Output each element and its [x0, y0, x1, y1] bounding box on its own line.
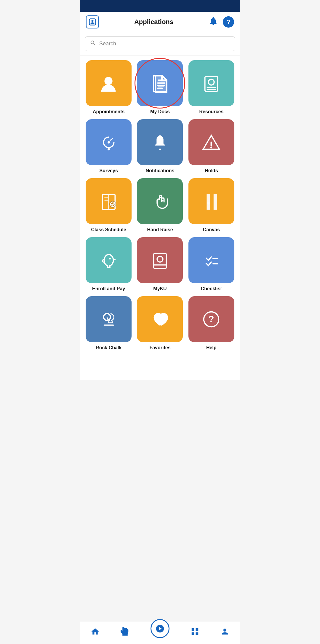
app-tile-checklist[interactable]: Checklist	[188, 237, 235, 291]
svg-point-14	[210, 146, 212, 148]
svg-point-8	[209, 79, 214, 85]
app-icon-enroll-pay	[86, 237, 132, 283]
app-label-canvas: Canvas	[203, 227, 220, 232]
app-icon-canvas	[188, 178, 234, 224]
app-tile-myku[interactable]: MyKU	[136, 237, 184, 291]
page-title: Applications	[134, 18, 173, 26]
search-input[interactable]	[99, 41, 230, 47]
app-tile-favorites[interactable]: Favorites	[136, 296, 184, 350]
app-tile-appointments[interactable]: Appointments	[85, 60, 132, 114]
app-tile-holds[interactable]: Holds	[188, 119, 235, 173]
app-icon-hand-raise	[137, 178, 183, 224]
svg-point-21	[207, 201, 210, 204]
app-tile-help[interactable]: ? Help	[188, 296, 235, 350]
app-tile-surveys[interactable]: Surveys	[85, 119, 132, 173]
app-tile-enroll-pay[interactable]: Enroll and Pay	[85, 237, 132, 291]
avatar-icon[interactable]	[86, 15, 99, 28]
app-label-holds: Holds	[205, 168, 218, 173]
svg-text:?: ?	[209, 314, 214, 324]
bell-header-icon[interactable]	[209, 16, 218, 28]
app-icon-appointments	[86, 60, 132, 106]
app-tile-canvas[interactable]: Canvas	[188, 178, 235, 232]
my-docs-wrapper	[137, 60, 183, 109]
app-tile-resources[interactable]: Resources	[188, 60, 235, 114]
app-label-resources: Resources	[199, 109, 223, 114]
app-tile-my-docs[interactable]: My Docs	[136, 60, 184, 114]
svg-point-1	[92, 20, 94, 22]
nav-home[interactable]	[91, 627, 100, 636]
search-container	[80, 32, 240, 55]
app-tile-class-schedule[interactable]: Class Schedule	[85, 178, 132, 232]
app-icon-favorites	[137, 296, 183, 342]
svg-point-12	[108, 148, 110, 150]
header: Applications ?	[80, 12, 240, 32]
app-icon-my-docs	[137, 60, 183, 106]
app-icon-notifications	[137, 119, 183, 165]
nav-hand-raise[interactable]	[121, 627, 129, 636]
app-label-my-docs: My Docs	[150, 109, 170, 114]
svg-point-28	[103, 313, 110, 320]
app-label-rock-chalk: Rock Chalk	[96, 345, 121, 350]
search-bar[interactable]	[85, 36, 235, 51]
app-tile-hand-raise[interactable]: Hand Raise	[136, 178, 184, 232]
app-icon-surveys	[86, 119, 132, 165]
app-grid: Appointments My Docs Resources	[80, 55, 240, 380]
app-label-appointments: Appointments	[93, 109, 125, 114]
app-icon-help: ?	[188, 296, 234, 342]
app-tile-rock-chalk[interactable]: Rock Chalk	[85, 296, 132, 350]
app-icon-resources	[188, 60, 234, 106]
nav-grid[interactable]	[191, 627, 199, 636]
app-icon-holds	[188, 119, 234, 165]
app-label-checklist: Checklist	[201, 286, 222, 291]
svg-point-22	[109, 258, 111, 259]
app-icon-checklist	[188, 237, 234, 283]
svg-point-24	[157, 256, 163, 262]
app-label-surveys: Surveys	[100, 168, 118, 173]
app-icon-myku	[137, 237, 183, 283]
nav-launch[interactable]	[151, 619, 169, 638]
svg-point-2	[104, 77, 112, 85]
search-icon	[90, 40, 96, 48]
app-label-hand-raise: Hand Raise	[147, 227, 173, 232]
help-header-icon[interactable]: ?	[223, 16, 234, 28]
app-label-help: Help	[206, 345, 217, 350]
app-label-notifications: Notifications	[146, 168, 175, 173]
app-icon-rock-chalk	[86, 296, 132, 342]
app-label-myku: MyKU	[153, 286, 167, 291]
app-label-class-schedule: Class Schedule	[91, 227, 126, 232]
bottom-nav	[80, 622, 240, 644]
top-bar	[80, 0, 240, 12]
app-label-enroll-pay: Enroll and Pay	[92, 286, 125, 291]
svg-rect-23	[154, 253, 167, 268]
svg-point-11	[108, 141, 110, 144]
header-icons: ?	[209, 16, 234, 28]
app-label-favorites: Favorites	[149, 345, 170, 350]
app-icon-class-schedule	[86, 178, 132, 224]
nav-profile[interactable]	[220, 627, 229, 636]
app-tile-notifications[interactable]: Notifications	[136, 119, 184, 173]
